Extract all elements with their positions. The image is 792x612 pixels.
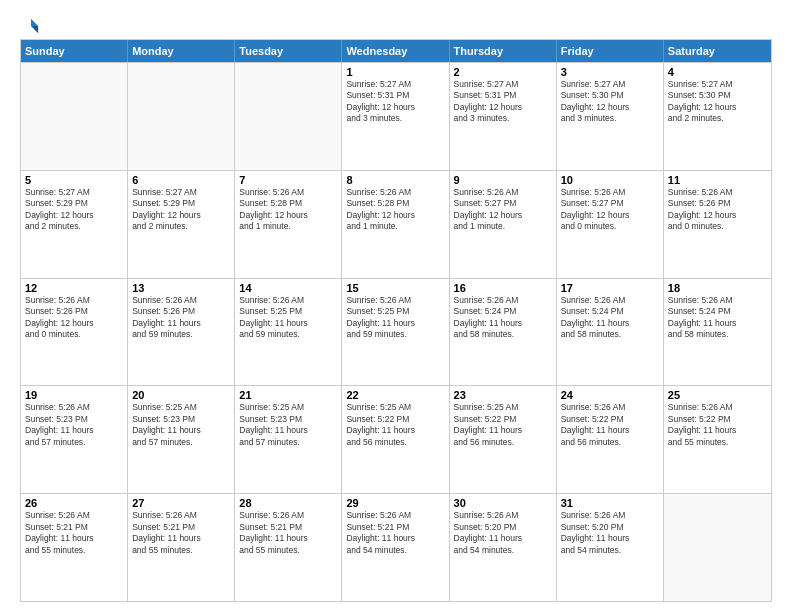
cal-cell [128,63,235,170]
header-cell-tuesday: Tuesday [235,40,342,62]
day-number: 30 [454,497,552,509]
day-info: Sunrise: 5:26 AM Sunset: 5:21 PM Dayligh… [346,510,444,556]
day-info: Sunrise: 5:26 AM Sunset: 5:21 PM Dayligh… [132,510,230,556]
cal-row-4: 26Sunrise: 5:26 AM Sunset: 5:21 PM Dayli… [21,493,771,601]
day-number: 27 [132,497,230,509]
cal-cell: 14Sunrise: 5:26 AM Sunset: 5:25 PM Dayli… [235,279,342,386]
cal-cell: 20Sunrise: 5:25 AM Sunset: 5:23 PM Dayli… [128,386,235,493]
day-info: Sunrise: 5:26 AM Sunset: 5:20 PM Dayligh… [561,510,659,556]
day-info: Sunrise: 5:26 AM Sunset: 5:23 PM Dayligh… [25,402,123,448]
day-info: Sunrise: 5:26 AM Sunset: 5:21 PM Dayligh… [239,510,337,556]
cal-cell: 29Sunrise: 5:26 AM Sunset: 5:21 PM Dayli… [342,494,449,601]
cal-cell: 2Sunrise: 5:27 AM Sunset: 5:31 PM Daylig… [450,63,557,170]
cal-cell [235,63,342,170]
day-number: 16 [454,282,552,294]
day-number: 17 [561,282,659,294]
day-number: 5 [25,174,123,186]
day-info: Sunrise: 5:26 AM Sunset: 5:22 PM Dayligh… [561,402,659,448]
day-info: Sunrise: 5:26 AM Sunset: 5:28 PM Dayligh… [239,187,337,233]
day-number: 25 [668,389,767,401]
day-number: 21 [239,389,337,401]
calendar-header: SundayMondayTuesdayWednesdayThursdayFrid… [21,40,771,62]
cal-cell: 18Sunrise: 5:26 AM Sunset: 5:24 PM Dayli… [664,279,771,386]
cal-cell: 11Sunrise: 5:26 AM Sunset: 5:26 PM Dayli… [664,171,771,278]
day-number: 13 [132,282,230,294]
cal-cell [21,63,128,170]
day-number: 2 [454,66,552,78]
calendar-body: 1Sunrise: 5:27 AM Sunset: 5:31 PM Daylig… [21,62,771,601]
cal-cell: 5Sunrise: 5:27 AM Sunset: 5:29 PM Daylig… [21,171,128,278]
day-number: 18 [668,282,767,294]
cal-cell: 17Sunrise: 5:26 AM Sunset: 5:24 PM Dayli… [557,279,664,386]
day-info: Sunrise: 5:26 AM Sunset: 5:21 PM Dayligh… [25,510,123,556]
day-number: 9 [454,174,552,186]
cal-cell: 25Sunrise: 5:26 AM Sunset: 5:22 PM Dayli… [664,386,771,493]
day-info: Sunrise: 5:25 AM Sunset: 5:23 PM Dayligh… [132,402,230,448]
cal-cell: 13Sunrise: 5:26 AM Sunset: 5:26 PM Dayli… [128,279,235,386]
day-info: Sunrise: 5:26 AM Sunset: 5:20 PM Dayligh… [454,510,552,556]
day-number: 11 [668,174,767,186]
cal-cell: 27Sunrise: 5:26 AM Sunset: 5:21 PM Dayli… [128,494,235,601]
day-number: 29 [346,497,444,509]
day-number: 19 [25,389,123,401]
day-info: Sunrise: 5:27 AM Sunset: 5:30 PM Dayligh… [561,79,659,125]
day-info: Sunrise: 5:26 AM Sunset: 5:27 PM Dayligh… [454,187,552,233]
day-info: Sunrise: 5:27 AM Sunset: 5:29 PM Dayligh… [132,187,230,233]
day-number: 6 [132,174,230,186]
logo [20,17,40,35]
day-number: 23 [454,389,552,401]
header-cell-monday: Monday [128,40,235,62]
day-number: 20 [132,389,230,401]
day-number: 7 [239,174,337,186]
day-info: Sunrise: 5:27 AM Sunset: 5:29 PM Dayligh… [25,187,123,233]
cal-cell: 19Sunrise: 5:26 AM Sunset: 5:23 PM Dayli… [21,386,128,493]
cal-cell: 16Sunrise: 5:26 AM Sunset: 5:24 PM Dayli… [450,279,557,386]
cal-row-3: 19Sunrise: 5:26 AM Sunset: 5:23 PM Dayli… [21,385,771,493]
cal-cell: 24Sunrise: 5:26 AM Sunset: 5:22 PM Dayli… [557,386,664,493]
header [20,15,772,35]
cal-cell: 31Sunrise: 5:26 AM Sunset: 5:20 PM Dayli… [557,494,664,601]
cal-cell: 10Sunrise: 5:26 AM Sunset: 5:27 PM Dayli… [557,171,664,278]
day-info: Sunrise: 5:26 AM Sunset: 5:25 PM Dayligh… [346,295,444,341]
day-number: 31 [561,497,659,509]
day-info: Sunrise: 5:26 AM Sunset: 5:24 PM Dayligh… [454,295,552,341]
cal-cell: 9Sunrise: 5:26 AM Sunset: 5:27 PM Daylig… [450,171,557,278]
cal-cell: 4Sunrise: 5:27 AM Sunset: 5:30 PM Daylig… [664,63,771,170]
cal-cell: 6Sunrise: 5:27 AM Sunset: 5:29 PM Daylig… [128,171,235,278]
cal-row-2: 12Sunrise: 5:26 AM Sunset: 5:26 PM Dayli… [21,278,771,386]
day-info: Sunrise: 5:26 AM Sunset: 5:22 PM Dayligh… [668,402,767,448]
cal-cell [664,494,771,601]
day-number: 1 [346,66,444,78]
day-number: 14 [239,282,337,294]
day-info: Sunrise: 5:26 AM Sunset: 5:24 PM Dayligh… [561,295,659,341]
day-number: 28 [239,497,337,509]
day-number: 26 [25,497,123,509]
header-cell-thursday: Thursday [450,40,557,62]
day-info: Sunrise: 5:25 AM Sunset: 5:22 PM Dayligh… [454,402,552,448]
day-info: Sunrise: 5:26 AM Sunset: 5:26 PM Dayligh… [25,295,123,341]
cal-cell: 15Sunrise: 5:26 AM Sunset: 5:25 PM Dayli… [342,279,449,386]
day-info: Sunrise: 5:27 AM Sunset: 5:31 PM Dayligh… [454,79,552,125]
day-info: Sunrise: 5:26 AM Sunset: 5:28 PM Dayligh… [346,187,444,233]
cal-row-1: 5Sunrise: 5:27 AM Sunset: 5:29 PM Daylig… [21,170,771,278]
cal-cell: 22Sunrise: 5:25 AM Sunset: 5:22 PM Dayli… [342,386,449,493]
header-cell-sunday: Sunday [21,40,128,62]
cal-cell: 8Sunrise: 5:26 AM Sunset: 5:28 PM Daylig… [342,171,449,278]
day-info: Sunrise: 5:26 AM Sunset: 5:26 PM Dayligh… [668,187,767,233]
cal-cell: 28Sunrise: 5:26 AM Sunset: 5:21 PM Dayli… [235,494,342,601]
header-cell-saturday: Saturday [664,40,771,62]
cal-cell: 3Sunrise: 5:27 AM Sunset: 5:30 PM Daylig… [557,63,664,170]
cal-cell: 12Sunrise: 5:26 AM Sunset: 5:26 PM Dayli… [21,279,128,386]
day-info: Sunrise: 5:26 AM Sunset: 5:24 PM Dayligh… [668,295,767,341]
day-number: 15 [346,282,444,294]
day-info: Sunrise: 5:27 AM Sunset: 5:30 PM Dayligh… [668,79,767,125]
cal-cell: 23Sunrise: 5:25 AM Sunset: 5:22 PM Dayli… [450,386,557,493]
cal-cell: 30Sunrise: 5:26 AM Sunset: 5:20 PM Dayli… [450,494,557,601]
page: SundayMondayTuesdayWednesdayThursdayFrid… [0,0,792,612]
day-number: 22 [346,389,444,401]
cal-cell: 26Sunrise: 5:26 AM Sunset: 5:21 PM Dayli… [21,494,128,601]
day-info: Sunrise: 5:27 AM Sunset: 5:31 PM Dayligh… [346,79,444,125]
day-info: Sunrise: 5:25 AM Sunset: 5:23 PM Dayligh… [239,402,337,448]
day-info: Sunrise: 5:26 AM Sunset: 5:26 PM Dayligh… [132,295,230,341]
cal-cell: 7Sunrise: 5:26 AM Sunset: 5:28 PM Daylig… [235,171,342,278]
